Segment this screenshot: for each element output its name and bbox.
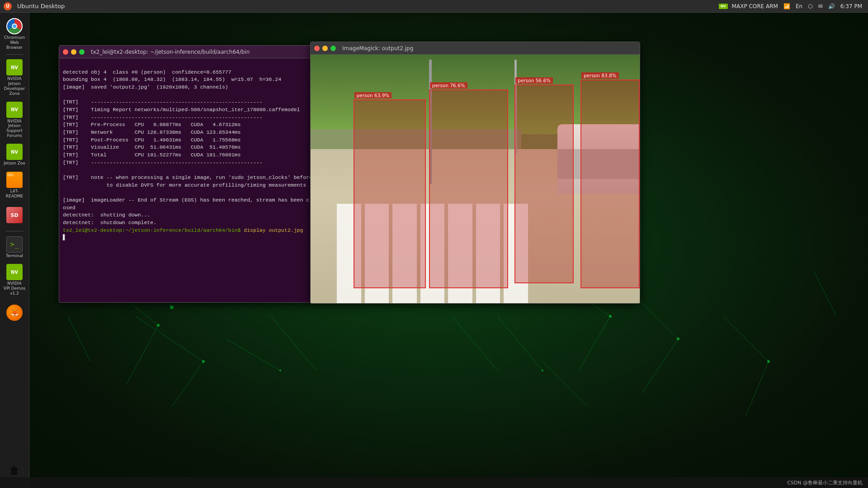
launcher-item-terminal[interactable]: >_ Terminal — [1, 234, 28, 260]
svg-line-23 — [642, 339, 678, 393]
svg-point-46 — [767, 360, 770, 363]
terminal-output[interactable]: detected obj 4 class #0 (person) confide… — [59, 58, 311, 302]
svg-line-12 — [136, 316, 203, 361]
svg-point-42 — [157, 324, 160, 327]
launcher-item-firefox[interactable]: 🦊 — [1, 300, 28, 326]
l4t-folder-icon — [6, 172, 23, 188]
svg-line-14 — [226, 339, 280, 371]
terminal-max-btn[interactable] — [79, 49, 85, 55]
svg-line-20 — [579, 316, 610, 371]
svg-line-24 — [452, 316, 497, 371]
firefox-icon: 🦊 — [6, 305, 23, 321]
jetson-support-label: NVIDIAJetsonSupportForums — [6, 119, 23, 138]
jetson-zoo-label: Jetson Zoo — [4, 161, 25, 166]
taskbar: U Ubuntu Desktop NV MAXP CORE ARM 📶 En ⬡… — [0, 0, 868, 13]
imagemagick-min-btn[interactable] — [322, 46, 328, 51]
image-display: person 63.9% person 76.6% person 56.6% p… — [311, 55, 640, 303]
imagemagick-titlebar: ImageMagick: output2.jpg — [311, 42, 640, 55]
desktop: U Ubuntu Desktop NV MAXP CORE ARM 📶 En ⬡… — [0, 0, 868, 488]
svg-line-21 — [497, 316, 542, 371]
imagemagick-title: ImageMagick: output2.jpg — [342, 45, 636, 52]
imagemagick-close-btn[interactable] — [314, 46, 320, 51]
terminal-icon: >_ — [6, 236, 23, 253]
svg-point-44 — [677, 338, 679, 340]
launcher: ChromiumWebBrowser NV NVIDIAJetsonDevelo… — [0, 13, 29, 488]
terminal-close-btn[interactable] — [63, 49, 68, 55]
divider-1 — [5, 54, 24, 55]
svg-line-26 — [746, 361, 769, 416]
chromium-label: ChromiumWebBrowser — [4, 35, 25, 50]
mail-icon: ✉ — [817, 3, 824, 9]
svg-line-17 — [68, 316, 90, 361]
scene: person 63.9% person 76.6% person 56.6% p… — [311, 55, 640, 303]
l4t-label: L4T-README — [6, 189, 23, 199]
launcher-item-sd[interactable]: SD — [1, 202, 28, 228]
svg-line-28 — [814, 271, 836, 316]
terminal-titlebar: tx2_lei@tx2-desktop: ~/jetson-inference/… — [59, 46, 311, 58]
svg-line-27 — [542, 361, 588, 407]
svg-line-16 — [127, 325, 158, 384]
launcher-item-vpi[interactable]: NV NVIDIAVPI Demosv1.2 — [1, 262, 28, 297]
svg-line-25 — [723, 316, 769, 361]
nvidia-taskbar-icon: NV — [719, 4, 728, 9]
jetson-zoo-icon: NV — [6, 144, 23, 160]
clock: 6:37 PM — [839, 3, 863, 9]
svg-line-13 — [172, 361, 203, 407]
launcher-item-jetson-zoo[interactable]: NV Jetson Zoo — [1, 142, 28, 168]
person-bbox-2: person 76.6% — [429, 89, 508, 288]
svg-point-43 — [609, 315, 612, 318]
taskbar-left: U Ubuntu Desktop — [0, 2, 65, 10]
status-text: CSDN @鲁棒最小二乘支持向量机 — [787, 479, 863, 486]
taskbar-right: NV MAXP CORE ARM 📶 En ⬡ ✉ 🔊 6:37 PM — [719, 3, 868, 9]
person-label-2: person 76.6% — [430, 82, 467, 89]
vpi-label: NVIDIAVPI Demosv1.2 — [4, 281, 26, 296]
terminal-label: Terminal — [6, 253, 23, 258]
svg-point-40 — [202, 360, 205, 363]
terminal-min-btn[interactable] — [71, 49, 76, 55]
person-label-4: person 83.8% — [581, 72, 619, 79]
svg-point-45 — [542, 370, 543, 371]
person-bbox-3: person 56.6% — [514, 84, 574, 283]
svg-line-18 — [271, 316, 316, 371]
terminal-window: tx2_lei@tx2-desktop: ~/jetson-inference/… — [59, 45, 312, 303]
jetson-dev-icon: NV — [6, 59, 23, 75]
status-bar: CSDN @鲁棒最小二乘支持向量机 — [0, 477, 868, 488]
person-bbox-4: person 83.8% — [580, 80, 640, 288]
svg-point-41 — [279, 370, 281, 371]
jetson-support-icon: NV — [6, 102, 23, 118]
lang-indicator: En — [794, 3, 804, 9]
system-info-label: MAXP CORE ARM — [731, 3, 779, 9]
volume-icon: 🔊 — [827, 3, 836, 9]
ubuntu-logo: U — [4, 2, 12, 10]
imagemagick-max-btn[interactable] — [330, 46, 336, 51]
person-bbox-1: person 63.9% — [354, 99, 426, 288]
launcher-item-jetson-dev[interactable]: NV NVIDIAJetsonDeveloperZone — [1, 57, 28, 98]
person-label-1: person 63.9% — [354, 92, 392, 99]
trash-icon: 🗑 — [6, 462, 23, 479]
bluetooth-icon: ⬡ — [807, 3, 814, 9]
launcher-item-l4t[interactable]: L4T-README — [1, 170, 28, 201]
taskbar-title: Ubuntu Desktop — [17, 3, 65, 9]
wifi-icon: 📶 — [782, 3, 792, 9]
launcher-item-chromium[interactable]: ChromiumWebBrowser — [1, 16, 28, 52]
person-label-3: person 56.6% — [515, 77, 553, 84]
svg-point-38 — [170, 305, 174, 309]
terminal-title: tx2_lei@tx2-desktop: ~/jetson-inference/… — [91, 49, 308, 55]
imagemagick-window: ImageMagick: output2.jpg — [310, 42, 640, 304]
jetson-dev-label: NVIDIAJetsonDeveloperZone — [4, 76, 25, 96]
vpi-icon: NV — [6, 264, 23, 280]
chromium-icon — [6, 18, 23, 34]
divider-2 — [5, 231, 24, 231]
sd-icon: SD — [6, 207, 23, 223]
launcher-item-jetson-support[interactable]: NV NVIDIAJetsonSupportForums — [1, 100, 28, 140]
